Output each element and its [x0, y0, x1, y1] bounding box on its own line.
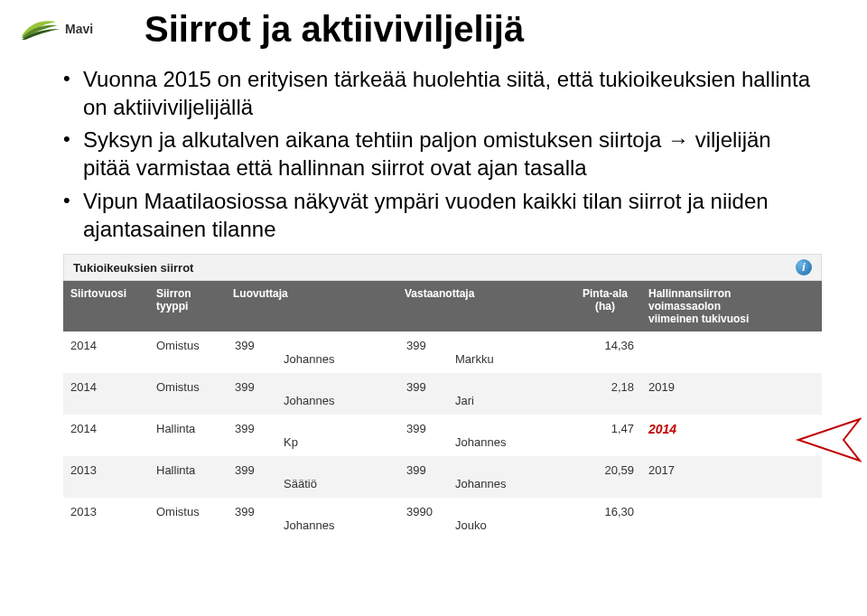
table-cell: 3990Jouko	[397, 498, 569, 539]
table-cell: Omistus	[149, 498, 226, 539]
table-row: 2013Hallinta399Säätiö399Johannes20,59201…	[63, 456, 822, 498]
table-body: 2014Omistus399Johannes399Markku14,362014…	[63, 331, 822, 539]
table-cell: 20,59	[569, 456, 641, 498]
th-sender: Luovuttaja	[226, 281, 397, 331]
table-cell: 399Johannes	[226, 331, 397, 373]
table-cell: 399Johannes	[397, 415, 569, 456]
th-year: Siirtovuosi	[63, 281, 149, 331]
bullet-item: Vuonna 2015 on erityisen tärkeää huoleht…	[63, 66, 822, 121]
leaf-swoosh-icon	[20, 16, 60, 42]
table-row: 2014Omistus399Johannes399Jari2,182019	[63, 373, 822, 415]
panel-title: Tukioikeuksien siirrot	[73, 261, 193, 275]
th-end: Hallinnansiirron voimassaolon viimeinen …	[641, 281, 768, 331]
bullet-list: Vuonna 2015 on erityisen tärkeää huoleht…	[63, 66, 822, 243]
table-cell: 2014	[63, 331, 149, 373]
table-cell: 399Jari	[397, 373, 569, 415]
table-cell: Omistus	[149, 331, 226, 373]
table-row: 2014Hallinta399Kp399Johannes1,472014	[63, 415, 822, 456]
bullet-item: Syksyn ja alkutalven aikana tehtiin palj…	[63, 126, 822, 182]
table-cell	[641, 331, 768, 373]
table-cell: Hallinta	[149, 456, 226, 498]
table-cell: 14,36	[569, 331, 641, 373]
table-cell: Hallinta	[149, 415, 226, 456]
table-cell: 1,47	[569, 415, 641, 456]
table-cell: 2014	[63, 373, 149, 415]
table-cell: 399Johannes	[226, 498, 397, 539]
highlight-arrow-icon	[789, 417, 862, 462]
bullet-item: Vipun Maatilaosiossa näkyvät ympäri vuod…	[63, 188, 822, 243]
th-recv: Vastaanottaja	[397, 281, 569, 331]
table-cell: 2019	[641, 373, 768, 415]
table-cell: 2014	[641, 415, 768, 456]
table-cell: 399Markku	[397, 331, 569, 373]
page-title: Siirrot ja aktiiviviljelijä	[144, 9, 867, 50]
table-cell: 2013	[63, 456, 149, 498]
table-cell: 2,18	[569, 373, 641, 415]
th-type: Siirron tyyppi	[149, 281, 226, 331]
table-cell: Omistus	[149, 373, 226, 415]
table-cell: 399Johannes	[226, 373, 397, 415]
table-row: 2014Omistus399Johannes399Markku14,36	[63, 331, 822, 373]
table-cell: 2014	[63, 415, 149, 456]
table-cell: 399Johannes	[397, 456, 569, 498]
table-row: 2013Omistus399Johannes3990Jouko16,30	[63, 498, 822, 539]
table-cell: 399Kp	[226, 415, 397, 456]
panel-header: Tukioikeuksien siirrot i	[63, 254, 822, 281]
transfers-panel: Tukioikeuksien siirrot i Siirtovuosi Sii…	[63, 254, 822, 539]
table-cell: 399Säätiö	[226, 456, 397, 498]
table-header: Siirtovuosi Siirron tyyppi Luovuttaja Va…	[63, 281, 822, 331]
table-cell: 16,30	[569, 498, 641, 539]
table-cell: 2013	[63, 498, 149, 539]
mavi-logo: Mavi	[20, 16, 93, 42]
table-cell: 2017	[641, 456, 768, 498]
th-area: Pinta-ala (ha)	[569, 281, 641, 331]
info-icon[interactable]: i	[796, 259, 812, 275]
logo-text: Mavi	[65, 22, 93, 36]
table-cell	[641, 498, 768, 539]
